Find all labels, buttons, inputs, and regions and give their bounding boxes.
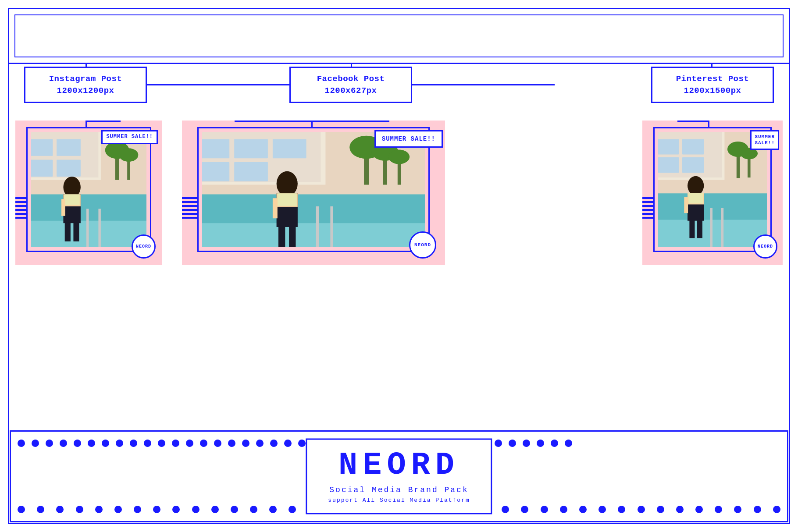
dot: [46, 440, 53, 447]
dot: [74, 440, 81, 447]
facebook-stripes: [182, 197, 199, 219]
svg-rect-21: [61, 199, 65, 216]
svg-rect-29: [234, 162, 268, 181]
instagram-connector-v: [86, 64, 87, 68]
header-inner: [14, 14, 784, 57]
dot: [172, 440, 179, 447]
dot: [541, 506, 548, 513]
svg-rect-38: [316, 206, 319, 247]
pinterest-top-h-connector: [677, 121, 709, 122]
dot: [37, 506, 44, 513]
dot: [250, 506, 257, 513]
dot: [76, 506, 83, 513]
dot: [537, 440, 544, 447]
brand-subtitle: Social Media Brand Pack: [328, 486, 470, 494]
pinterest-stripes: [642, 197, 655, 219]
pinterest-sale-badge: SUMMERSALE!!: [750, 130, 779, 150]
dot: [773, 506, 780, 513]
dot: [134, 506, 141, 513]
dot: [284, 440, 292, 447]
facebook-label: Facebook Post: [295, 73, 406, 85]
dot: [523, 440, 530, 447]
svg-point-35: [388, 150, 410, 164]
svg-point-40: [277, 171, 298, 196]
dot: [495, 440, 502, 447]
svg-rect-4: [57, 139, 81, 156]
svg-rect-28: [202, 162, 229, 181]
dot: [509, 440, 516, 447]
svg-rect-43: [278, 226, 285, 247]
svg-rect-27: [273, 139, 306, 158]
svg-point-62: [688, 176, 704, 195]
dot: [502, 506, 509, 513]
svg-rect-52: [658, 157, 679, 173]
dot: [18, 440, 25, 447]
instagram-photo: [31, 132, 146, 247]
dot: [214, 440, 221, 447]
svg-rect-65: [689, 220, 695, 238]
brand-box: NEORD Social Media Brand Pack support Al…: [306, 439, 492, 514]
svg-rect-25: [202, 139, 229, 158]
svg-rect-13: [86, 209, 89, 247]
svg-rect-3: [31, 139, 53, 156]
dot: [598, 506, 606, 513]
svg-point-10: [119, 148, 139, 162]
instagram-top-h-connector: [86, 121, 121, 122]
svg-rect-6: [57, 160, 81, 177]
dot: [211, 506, 219, 513]
svg-rect-60: [710, 208, 712, 247]
dot: [657, 506, 664, 513]
svg-rect-45: [278, 193, 297, 206]
h-connector-1: [147, 84, 291, 85]
dot: [114, 506, 122, 513]
dot: [551, 440, 558, 447]
svg-rect-46: [273, 198, 278, 218]
svg-rect-67: [688, 193, 703, 203]
brand-tagline: support All Social Media Platform: [328, 497, 470, 504]
svg-rect-18: [65, 222, 71, 241]
dot: [565, 440, 572, 447]
dot: [228, 440, 235, 447]
dot: [116, 440, 123, 447]
dot: [242, 440, 249, 447]
pinterest-dims: 1200x1500px: [657, 85, 768, 97]
dot: [153, 506, 160, 513]
facebook-neord-circle: NEORD: [409, 231, 436, 259]
dot: [18, 506, 25, 513]
dot: [102, 440, 109, 447]
dot: [186, 440, 193, 447]
svg-rect-37: [202, 223, 425, 247]
dot: [130, 440, 137, 447]
instagram-neord-circle: NEORD: [132, 234, 156, 259]
dot: [298, 440, 306, 447]
facebook-label-box: Facebook Post 1200x627px: [289, 67, 412, 103]
dot: [638, 506, 645, 513]
facebook-dims: 1200x627px: [295, 85, 406, 97]
dot: [560, 506, 567, 513]
dot: [270, 440, 278, 447]
dot: [579, 506, 587, 513]
header-outer: [8, 8, 790, 64]
svg-rect-14: [98, 209, 100, 247]
dot: [88, 440, 95, 447]
instagram-preview-card: SUMMER SALE!! NEORD: [15, 121, 162, 265]
svg-rect-51: [682, 139, 704, 154]
instagram-label: Instagram Post: [30, 73, 141, 85]
pinterest-label: Pinterest Post: [657, 73, 768, 85]
facebook-top-h-l: [235, 121, 313, 122]
dot: [172, 506, 180, 513]
pinterest-preview-card: SUMMERSALE!! NEORD: [642, 121, 783, 265]
svg-rect-39: [330, 206, 333, 247]
h-connector-2: [412, 84, 555, 85]
svg-rect-50: [658, 139, 679, 154]
svg-rect-19: [73, 222, 79, 241]
dot: [231, 506, 238, 513]
brand-title: NEORD: [328, 450, 470, 481]
dot: [754, 506, 761, 513]
facebook-sale-badge: SUMMER SALE!!: [374, 130, 443, 148]
facebook-preview-card: SUMMER SALE!! NEORD: [182, 121, 445, 265]
instagram-frame: [26, 127, 151, 252]
instagram-sale-badge: SUMMER SALE!!: [101, 130, 158, 144]
dot: [256, 440, 264, 447]
dot: [144, 440, 151, 447]
